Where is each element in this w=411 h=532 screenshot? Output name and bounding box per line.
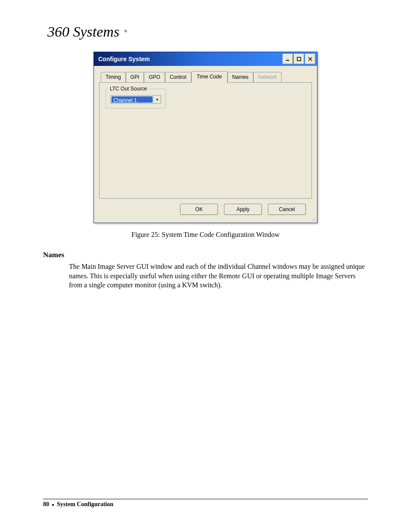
ltc-out-source-group: LTC Out Source Channel 1 ▼ (106, 89, 166, 109)
chevron-down-icon[interactable]: ▼ (153, 96, 161, 103)
tab-gpi[interactable]: GPI (126, 72, 144, 82)
tab-network: Network (253, 72, 282, 82)
svg-rect-4 (297, 57, 301, 61)
footer-section: System Configuration (57, 501, 113, 507)
section-heading-names: Names (43, 251, 368, 259)
groupbox-legend: LTC Out Source (109, 86, 148, 92)
maximize-button[interactable] (294, 54, 304, 64)
dialog-titlebar: Configure System (94, 52, 317, 66)
dropdown-selected-value: Channel 1 (111, 96, 153, 103)
tab-time-code[interactable]: Time Code (191, 71, 227, 83)
tab-names[interactable]: Names (227, 72, 253, 82)
close-button[interactable] (305, 54, 315, 64)
cancel-button[interactable]: Cancel (268, 204, 306, 215)
brand-logo: 360 Systems R (47, 22, 368, 43)
page-footer: 80 ● System Configuration (43, 499, 368, 508)
tab-panel-time-code: LTC Out Source Channel 1 ▼ (99, 82, 312, 199)
tab-control[interactable]: Control (165, 72, 191, 82)
page-number: 80 (43, 501, 49, 507)
svg-text:360 Systems: 360 Systems (47, 24, 119, 40)
figure-caption: Figure 25: System Time Code Configuratio… (43, 231, 368, 239)
svg-rect-3 (286, 60, 289, 61)
tab-gpo[interactable]: GPO (144, 72, 165, 82)
body-paragraph: The Main Image Server GUI window and eac… (69, 262, 368, 290)
tab-timing[interactable]: Timing (101, 72, 126, 82)
resize-grip-icon[interactable] (310, 216, 316, 222)
tab-bar: Timing GPI GPO Control Time Code Names N… (99, 71, 312, 82)
ltc-source-dropdown[interactable]: Channel 1 ▼ (110, 95, 161, 104)
ok-button[interactable]: OK (180, 204, 218, 215)
apply-button[interactable]: Apply (224, 204, 262, 215)
svg-line-12 (315, 221, 316, 221)
configure-system-dialog: Configure System Timing GPI (93, 52, 318, 223)
minimize-button[interactable] (283, 54, 293, 64)
dialog-title: Configure System (98, 56, 283, 62)
